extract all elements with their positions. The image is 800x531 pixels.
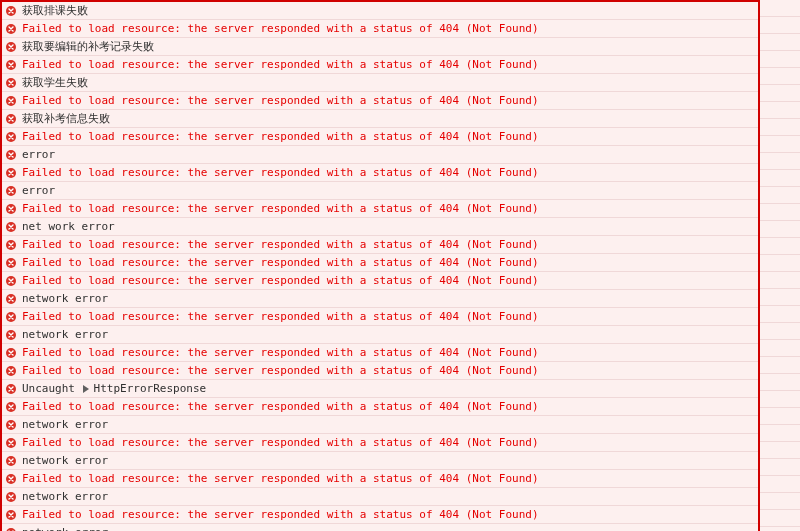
gutter-stripe — [760, 374, 800, 391]
gutter-stripe — [760, 340, 800, 357]
gutter-stripe — [760, 102, 800, 119]
error-icon — [6, 42, 16, 52]
error-icon — [6, 312, 16, 322]
console-row[interactable]: Failed to load resource: the server resp… — [2, 236, 758, 254]
gutter-stripe — [760, 306, 800, 323]
console-message: Failed to load resource: the server resp… — [22, 201, 539, 216]
gutter-stripe — [760, 187, 800, 204]
error-icon — [6, 348, 16, 358]
console-row[interactable]: network error — [2, 452, 758, 470]
error-icon — [6, 438, 16, 448]
gutter-stripe — [760, 170, 800, 187]
console-row[interactable]: Failed to load resource: the server resp… — [2, 56, 758, 74]
error-icon — [6, 240, 16, 250]
gutter-stripe — [760, 459, 800, 476]
console-row[interactable]: Failed to load resource: the server resp… — [2, 164, 758, 182]
console-row[interactable]: 获取排课失败 — [2, 2, 758, 20]
console-message: network error — [22, 291, 108, 306]
error-icon — [6, 168, 16, 178]
error-icon — [6, 456, 16, 466]
console-message: error — [22, 147, 55, 162]
error-icon — [6, 186, 16, 196]
console-row[interactable]: network error — [2, 524, 758, 531]
error-icon — [6, 384, 16, 394]
console-message: Failed to load resource: the server resp… — [22, 255, 539, 270]
console-row[interactable]: Failed to load resource: the server resp… — [2, 272, 758, 290]
console-row[interactable]: Failed to load resource: the server resp… — [2, 506, 758, 524]
error-object-name[interactable]: HttpErrorResponse — [94, 381, 207, 396]
console-row[interactable]: network error — [2, 326, 758, 344]
error-icon — [6, 96, 16, 106]
console-row[interactable]: network error — [2, 416, 758, 434]
console-message: 获取排课失败 — [22, 3, 88, 18]
gutter-stripe — [760, 527, 800, 531]
gutter-stripe — [760, 204, 800, 221]
gutter-stripe — [760, 85, 800, 102]
console-row[interactable]: Failed to load resource: the server resp… — [2, 254, 758, 272]
gutter-stripe — [760, 391, 800, 408]
console-row[interactable]: Failed to load resource: the server resp… — [2, 92, 758, 110]
console-row[interactable]: network error — [2, 290, 758, 308]
gutter-stripe — [760, 272, 800, 289]
console-message: Failed to load resource: the server resp… — [22, 21, 539, 36]
console-row[interactable]: Failed to load resource: the server resp… — [2, 344, 758, 362]
error-icon — [6, 222, 16, 232]
console-row[interactable]: Failed to load resource: the server resp… — [2, 434, 758, 452]
console-message: Failed to load resource: the server resp… — [22, 345, 539, 360]
error-icon — [6, 366, 16, 376]
console-row[interactable]: error — [2, 146, 758, 164]
console-row[interactable]: Failed to load resource: the server resp… — [2, 200, 758, 218]
console-message: network error — [22, 327, 108, 342]
error-icon — [6, 276, 16, 286]
gutter-stripe — [760, 0, 800, 17]
console-row[interactable]: error — [2, 182, 758, 200]
console-message: network error — [22, 489, 108, 504]
console-message: 获取要编辑的补考记录失败 — [22, 39, 154, 54]
gutter-stripe — [760, 425, 800, 442]
disclosure-triangle-icon[interactable] — [82, 385, 90, 393]
console-row[interactable]: Failed to load resource: the server resp… — [2, 362, 758, 380]
error-icon — [6, 6, 16, 16]
error-icon — [6, 204, 16, 214]
console-row[interactable]: Uncaught HttpErrorResponse — [2, 380, 758, 398]
error-icon — [6, 132, 16, 142]
console-message: net work error — [22, 219, 115, 234]
gutter-stripe — [760, 153, 800, 170]
gutter-stripe — [760, 476, 800, 493]
console-message: Failed to load resource: the server resp… — [22, 237, 539, 252]
gutter-stripe — [760, 136, 800, 153]
console-row[interactable]: Failed to load resource: the server resp… — [2, 398, 758, 416]
console-row[interactable]: network error — [2, 488, 758, 506]
error-icon — [6, 330, 16, 340]
console-row[interactable]: Failed to load resource: the server resp… — [2, 128, 758, 146]
gutter-stripe — [760, 408, 800, 425]
console-row[interactable]: Failed to load resource: the server resp… — [2, 308, 758, 326]
console-message: Failed to load resource: the server resp… — [22, 129, 539, 144]
console-gutter — [760, 0, 800, 531]
console-message: 获取学生失败 — [22, 75, 88, 90]
console-message: Failed to load resource: the server resp… — [22, 309, 539, 324]
gutter-stripe — [760, 323, 800, 340]
gutter-stripe — [760, 493, 800, 510]
console-message: 获取补考信息失败 — [22, 111, 110, 126]
gutter-stripe — [760, 510, 800, 527]
gutter-stripe — [760, 34, 800, 51]
error-icon — [6, 474, 16, 484]
error-icon — [6, 78, 16, 88]
gutter-stripe — [760, 289, 800, 306]
console-row[interactable]: Failed to load resource: the server resp… — [2, 20, 758, 38]
error-icon — [6, 402, 16, 412]
console-row[interactable]: 获取补考信息失败 — [2, 110, 758, 128]
gutter-stripe — [760, 442, 800, 459]
console-message: network error — [22, 525, 108, 531]
console-message: Failed to load resource: the server resp… — [22, 363, 539, 378]
gutter-stripe — [760, 51, 800, 68]
console-row[interactable]: net work error — [2, 218, 758, 236]
console-message: Failed to load resource: the server resp… — [22, 399, 539, 414]
console-row[interactable]: 获取学生失败 — [2, 74, 758, 92]
error-icon — [6, 420, 16, 430]
error-icon — [6, 294, 16, 304]
console-row[interactable]: Failed to load resource: the server resp… — [2, 470, 758, 488]
gutter-stripe — [760, 17, 800, 34]
console-row[interactable]: 获取要编辑的补考记录失败 — [2, 38, 758, 56]
